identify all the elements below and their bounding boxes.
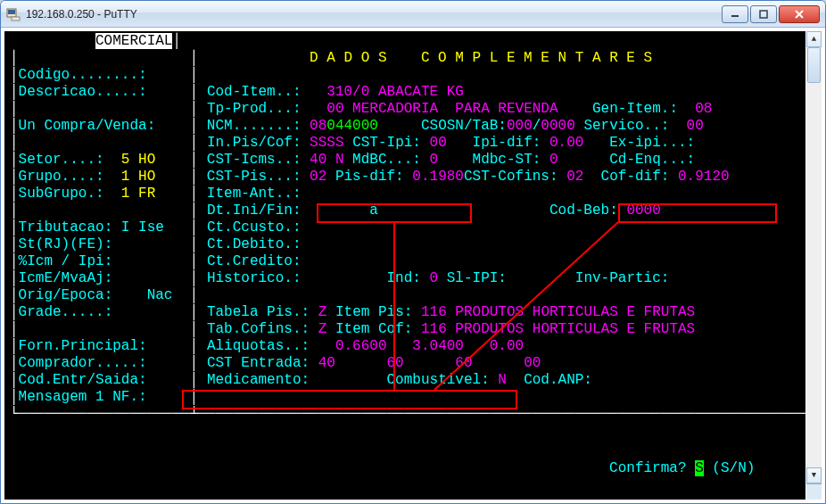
- invpartic-label: Inv-Partic:: [575, 270, 670, 286]
- scroll-thumb[interactable]: [807, 47, 821, 83]
- itemcof-label: Item Cof:: [335, 321, 412, 337]
- tabpis-label: Tabela Pis.:: [207, 304, 310, 320]
- servico-label: Servico..:: [583, 118, 669, 134]
- scrollbar-vertical[interactable]: ▲ ▼: [805, 31, 822, 500]
- ipidif-label: Ipi-dif:: [473, 135, 541, 151]
- combustivel-value: N: [498, 372, 507, 388]
- inpis-label: In.Pis/Cof:: [207, 135, 301, 151]
- strj: St(RJ)(FE):: [19, 236, 113, 252]
- icmipi: %Icm / Ipi:: [19, 253, 113, 269]
- origepoca-label: Orig/Epoca:: [19, 287, 113, 303]
- csticms-value: 40 N: [310, 152, 343, 168]
- itempis-label: Item Pis:: [335, 304, 412, 320]
- field-uncompra: Un Compra/Venda:: [19, 118, 156, 134]
- confirm-hint: (S/N): [712, 460, 755, 476]
- minimize-button[interactable]: [722, 5, 748, 23]
- terminal[interactable]: COMERCIAL│ │ │ D A D O S C O M P L E M E…: [1, 28, 825, 503]
- cofdif-label: Cof-dif:: [601, 169, 670, 185]
- cstipi-value: 00: [430, 135, 447, 151]
- scroll-down-button[interactable]: ▼: [806, 467, 822, 483]
- ctccusto: Ct.Ccusto.:: [207, 219, 301, 235]
- cofdif-value: 0.9120: [678, 169, 730, 185]
- cdenq-label: Cd-Enq...:: [609, 152, 695, 168]
- csosn-b: 0000: [541, 118, 574, 134]
- itempis-value: 116 PRODUTOS HORTICULAS E FRUTAS: [421, 304, 695, 320]
- aliq-v1: 0.6600: [335, 338, 387, 354]
- subgrupo-value: 1 FR: [121, 186, 155, 202]
- ctcredito: Ct.Credito:: [207, 253, 301, 269]
- icme: IcmE/MvaAj:: [19, 270, 113, 286]
- scroll-corner: [806, 483, 822, 500]
- panel-title: D A D O S C O M P L E M E N T A R E S: [310, 50, 652, 66]
- ncm-valA: 08: [310, 118, 326, 134]
- confirm-label: Confirma?: [609, 460, 686, 476]
- tabcof-label: Tab.Cofins.:: [207, 321, 310, 337]
- mdbc-value: 0: [430, 152, 439, 168]
- ind-value: 0: [430, 270, 439, 286]
- ctdebito: Ct.Debito.:: [207, 236, 301, 252]
- cod-item-label: Cod-Item..:: [207, 84, 301, 100]
- tributacao-value: I Ise: [121, 219, 164, 235]
- maximize-button[interactable]: [750, 5, 777, 23]
- subgrupo-label: SubGrupo.:: [19, 186, 104, 202]
- scroll-up-button[interactable]: ▲: [806, 31, 822, 47]
- cstpis-value: 02: [310, 169, 326, 185]
- gen-item-value: 08: [695, 101, 712, 117]
- ncm-valB: 044000: [326, 118, 378, 134]
- medicamento-label: Medicamento:: [207, 372, 310, 388]
- confirm-prompt[interactable]: Confirma? S (S/N): [10, 443, 802, 494]
- field-codigo: Codigo........:: [19, 67, 147, 83]
- servico-value: 00: [687, 118, 704, 134]
- left-panel-header: COMERCIAL: [95, 33, 172, 49]
- aliq-v2: 3.0400: [412, 338, 464, 354]
- exipi-label: Ex-ipi...:: [609, 135, 695, 151]
- setor-value: 5 HO: [121, 152, 155, 168]
- historico-label: Historico.:: [207, 270, 301, 286]
- cstipi-label: CST-Ipi:: [352, 135, 421, 151]
- slipi-label: Sl-IPI:: [447, 270, 507, 286]
- itemcof-value: 116 PRODUTOS HORTICULAS E FRUTAS: [421, 321, 695, 337]
- csticms-label: CST-Icms..:: [207, 152, 301, 168]
- putty-window: 192.168.0.250 - PuTTY COMERCIAL│ │ │ D A…: [0, 0, 826, 504]
- dtini-label: Dt.Ini/Fin:: [207, 202, 301, 219]
- tp-prod-value: 00 MERCADORIA PARA REVENDA: [326, 101, 558, 117]
- mdbcst-label: Mdbc-ST:: [473, 152, 541, 168]
- comprador: Comprador.....:: [19, 355, 147, 371]
- gen-item-label: Gen-Item.:: [592, 101, 678, 117]
- codbeb-label: Cod-Beb:: [549, 202, 618, 219]
- codbeb-value: 0000: [626, 202, 660, 219]
- csosn-a: 000: [507, 118, 533, 134]
- svg-rect-4: [760, 11, 767, 18]
- window-title: 192.168.0.250 - PuTTY: [26, 8, 722, 21]
- grade: Grade.....:: [19, 304, 113, 320]
- codentr: Cod.Entr/Saida:: [19, 372, 147, 388]
- pisdif-label: Pis-dif:: [335, 169, 404, 185]
- codanp-label: Cod.ANP:: [524, 372, 592, 388]
- tributacao-label: Tributacao:: [19, 219, 113, 235]
- ipidif-value: 0.00: [549, 135, 583, 151]
- svg-rect-1: [8, 10, 15, 14]
- fornp: Forn.Principal:: [19, 338, 147, 354]
- svg-rect-2: [12, 17, 20, 21]
- putty-icon: [6, 7, 21, 21]
- cstcof-label: CST-Cofins:: [464, 169, 558, 185]
- ind-label: Ind:: [387, 270, 421, 286]
- tabcof-value: Z: [318, 321, 327, 337]
- msg1: Mensagem 1 NF.:: [19, 389, 147, 405]
- combustivel-label: Combustivel:: [387, 372, 490, 388]
- close-button[interactable]: [779, 5, 820, 23]
- cod-item-value: 310/0 ABACATE KG: [326, 84, 464, 100]
- cstpis-label: CST-Pis...:: [207, 169, 301, 185]
- origepoca-value: Nac: [147, 287, 173, 303]
- tabpis-value: Z: [318, 304, 327, 320]
- field-descricao: Descricao.....:: [19, 84, 147, 100]
- grupo-value: 1 HO: [121, 169, 155, 185]
- aliq-v3: 0.00: [490, 338, 524, 354]
- setor-label: Setor....:: [19, 152, 104, 168]
- confirm-value[interactable]: S: [695, 460, 704, 476]
- dtini-value: a: [369, 202, 378, 219]
- window-buttons: [722, 5, 820, 23]
- tp-prod-label: Tp-Prod...:: [207, 101, 301, 117]
- titlebar[interactable]: 192.168.0.250 - PuTTY: [1, 1, 825, 28]
- itemant-label: Item-Ant..:: [207, 186, 301, 202]
